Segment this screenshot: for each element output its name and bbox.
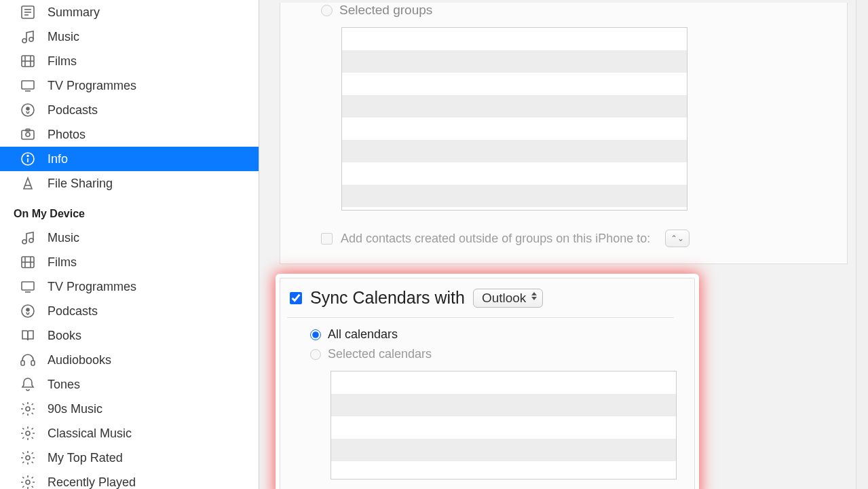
svg-point-21 [22,240,26,244]
sidebar-label: Recently Played [48,475,136,490]
svg-point-15 [26,132,30,137]
svg-point-13 [26,107,29,110]
books-icon [19,327,37,344]
sync-calendars-label: Sync Calendars with [310,288,465,308]
svg-point-36 [26,480,30,484]
sidebar-label: Tones [48,378,80,392]
svg-point-5 [29,37,33,41]
selected-calendars-radio[interactable] [310,349,321,360]
device-item-audiobooks[interactable]: Audiobooks [0,348,259,372]
content-pane: Selected groups Add contacts created out… [259,0,868,489]
filesharing-icon [19,175,37,192]
music-icon [19,28,37,46]
sidebar-label: TV Programmes [48,79,136,93]
svg-point-4 [22,39,26,43]
sidebar-item-podcasts[interactable]: Podcasts [0,98,259,122]
device-item-classical-music[interactable]: Classical Music [0,421,259,446]
svg-point-30 [26,308,29,311]
calendars-sync-panel: Sync Calendars with Outlook All calendar… [280,278,695,489]
device-item-tv[interactable]: TV Programmes [0,274,259,299]
tv-icon [19,77,37,94]
contacts-sync-panel: Selected groups Add contacts created out… [280,3,848,264]
device-item-90s-music[interactable]: 90s Music [0,397,259,421]
add-contacts-select[interactable]: ⌃⌄ [665,230,690,247]
sidebar-item-photos[interactable]: Photos [0,122,259,147]
music-icon [19,229,37,247]
scrollbar[interactable] [856,0,868,489]
selected-calendars-row: Selected calendars [310,347,674,361]
sidebar-label: TV Programmes [48,280,136,294]
svg-rect-32 [31,361,35,365]
sidebar-label: Music [48,30,79,44]
svg-point-35 [26,456,30,460]
sidebar-item-file-sharing[interactable]: File Sharing [0,171,259,196]
sidebar-item-summary[interactable]: Summary [0,0,259,24]
svg-point-33 [26,407,30,411]
device-item-tones[interactable]: Tones [0,372,259,397]
groups-listbox[interactable] [341,27,687,211]
selected-groups-radio[interactable] [321,5,333,16]
sync-calendars-checkbox[interactable] [290,292,302,304]
sync-calendars-header: Sync Calendars with Outlook [287,285,674,318]
audiobooks-icon [19,351,37,369]
svg-point-19 [27,156,29,157]
all-calendars-radio[interactable] [310,329,321,340]
info-icon [19,150,37,168]
sidebar-item-info[interactable]: Info [0,147,259,171]
sidebar-label: Podcasts [48,304,98,319]
sidebar-label: Films [48,54,77,69]
sidebar-label: File Sharing [48,177,113,191]
sidebar-label: Films [48,255,77,270]
sidebar-item-music[interactable]: Music [0,24,259,49]
calendars-listbox[interactable] [331,371,677,479]
podcasts-icon [19,302,37,320]
tones-icon [19,376,37,393]
sidebar-label: Info [48,152,68,166]
films-icon [19,52,37,70]
sidebar-label: Photos [48,128,86,142]
sidebar-label: Classical Music [48,427,132,441]
svg-point-34 [26,431,30,435]
films-icon [19,253,37,271]
svg-rect-27 [22,282,34,290]
sidebar-label: Books [48,329,81,343]
all-calendars-row: All calendars [310,327,674,342]
svg-point-22 [29,238,33,242]
gear-icon [19,400,37,418]
selected-groups-label: Selected groups [339,3,432,18]
device-item-recently-played[interactable]: Recently Played [0,470,259,489]
add-contacts-checkbox[interactable] [321,233,333,244]
device-item-books[interactable]: Books [0,323,259,348]
gear-icon [19,424,37,442]
gear-icon [19,473,37,489]
sidebar-label: Music [48,231,79,245]
svg-rect-10 [22,81,34,89]
gear-icon [19,449,37,467]
svg-rect-14 [22,130,34,139]
sidebar: Summary Music Films TV Programmes Podcas… [0,0,259,489]
sidebar-item-films[interactable]: Films [0,49,259,73]
summary-icon [19,3,37,21]
selected-calendars-label: Selected calendars [328,347,432,361]
sidebar-section-header: On My Device [0,196,259,225]
selected-groups-radio-row: Selected groups [321,3,827,18]
all-calendars-label: All calendars [328,327,398,342]
svg-rect-31 [21,361,24,365]
tv-icon [19,278,37,295]
device-item-music[interactable]: Music [0,225,259,250]
device-item-my-top-rated[interactable]: My Top Rated [0,446,259,470]
sidebar-label: Podcasts [48,103,98,117]
sidebar-label: 90s Music [48,402,102,416]
sidebar-item-tv[interactable]: TV Programmes [0,73,259,98]
sync-app-select[interactable]: Outlook [473,289,543,308]
device-item-podcasts[interactable]: Podcasts [0,299,259,323]
sidebar-label: Audiobooks [48,353,111,367]
photos-icon [19,126,37,143]
sidebar-label: My Top Rated [48,451,123,465]
device-item-films[interactable]: Films [0,250,259,274]
sidebar-label: Summary [48,5,100,20]
add-contacts-row: Add contacts created outside of groups o… [321,230,827,247]
add-contacts-label: Add contacts created outside of groups o… [341,232,650,246]
podcasts-icon [19,101,37,119]
